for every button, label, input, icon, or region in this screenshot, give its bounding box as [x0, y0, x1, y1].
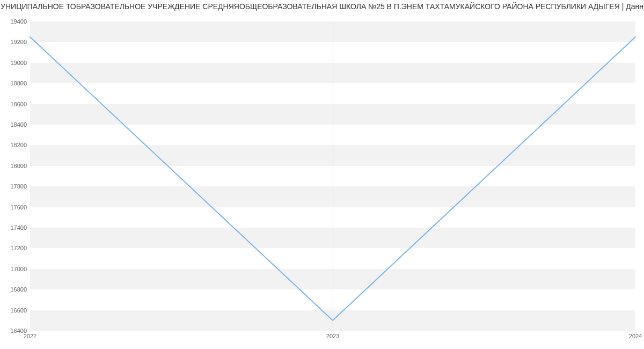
line-chart: УНИЦИПАЛЬНОЕ ТОБРАЗОВАТЕЛЬНОЕ УЧРЕЖДЕНИЕ… — [0, 0, 644, 349]
x-tick-label: 2023 — [326, 333, 339, 339]
y-tick-label: 17400 — [0, 224, 27, 231]
y-tick-label: 17000 — [0, 266, 27, 272]
y-tick-label: 19000 — [0, 60, 27, 66]
y-tick-label: 17200 — [0, 245, 27, 251]
x-tick-label: 2024 — [629, 333, 642, 339]
x-tick-label: 2022 — [24, 333, 36, 339]
y-tick-label: 18600 — [0, 101, 27, 107]
y-tick-label: 19200 — [0, 39, 27, 45]
y-tick-label: 17600 — [0, 204, 27, 210]
y-tick-label: 18400 — [0, 121, 27, 128]
y-tick-label: 18000 — [0, 163, 27, 169]
y-tick-label: 18800 — [0, 80, 27, 86]
chart-title: УНИЦИПАЛЬНОЕ ТОБРАЗОВАТЕЛЬНОЕ УЧРЕЖДЕНИЕ… — [0, 2, 644, 11]
y-tick-label: 19400 — [0, 18, 27, 25]
y-tick-label: 18200 — [0, 142, 27, 148]
y-tick-label: 16400 — [0, 328, 27, 334]
y-tick-label: 16800 — [0, 286, 27, 293]
y-tick-label: 17800 — [0, 183, 27, 190]
y-tick-label: 16600 — [0, 307, 27, 314]
plot-area — [30, 21, 635, 331]
data-line — [30, 21, 635, 331]
